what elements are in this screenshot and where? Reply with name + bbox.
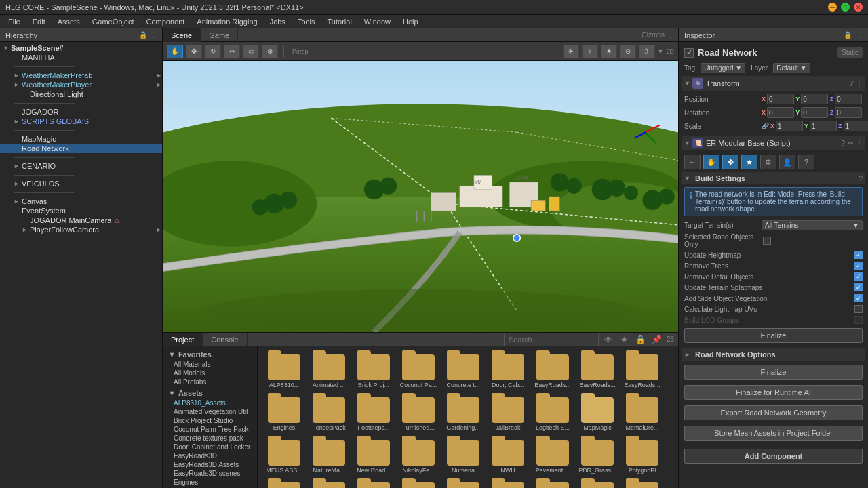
asset-item[interactable]: Pavement ... — [532, 437, 574, 477]
menu-item-jobs[interactable]: Jobs — [264, 16, 291, 27]
script-tool-star[interactable]: ★ — [741, 155, 757, 169]
menu-item-help[interactable]: Help — [397, 16, 424, 27]
comp-help-btn[interactable]: ? — [849, 80, 853, 87]
asset-item[interactable]: WeatherM... — [576, 479, 618, 488]
rotation-z-input[interactable] — [835, 107, 862, 118]
asset-item[interactable]: Resources — [263, 479, 305, 488]
assets-pin-icon[interactable]: 📌 — [650, 335, 664, 344]
scale-lock-icon[interactable]: 🔗 — [762, 123, 769, 129]
assets-star-icon[interactable]: ★ — [618, 335, 631, 344]
remove-trees-checkbox[interactable]: ✓ — [854, 262, 863, 270]
remove-detail-objects-checkbox[interactable]: ✓ — [854, 272, 863, 281]
script-tool-settings[interactable]: ⚙ — [760, 155, 776, 169]
scale-y-input[interactable] — [810, 121, 837, 131]
comp-help-btn[interactable]: ? — [841, 140, 845, 147]
asset-item[interactable]: PolygonPl — [621, 437, 663, 477]
static-toggle[interactable]: Static — [837, 47, 863, 58]
tag-dropdown[interactable]: Untagged ▼ — [701, 63, 745, 73]
asset-item[interactable]: ALP8310... — [263, 352, 305, 392]
hier-item-manilha[interactable]: MANILHA — [0, 53, 162, 62]
minimize-button[interactable]: ─ — [828, 3, 837, 12]
asset-item[interactable]: Vehicle_Es... — [532, 479, 574, 488]
comp-edit-btn[interactable]: ✏ — [848, 140, 853, 147]
menu-item-animation-rigging[interactable]: Animation Rigging — [191, 16, 262, 27]
asset-item[interactable]: NWH — [487, 437, 529, 477]
build-settings-header[interactable]: ▼ Build Settings ? — [682, 172, 865, 184]
tab-project[interactable]: Project — [163, 333, 203, 346]
script-tool-move[interactable]: ✥ — [722, 155, 738, 169]
hier-item-cenario[interactable]: ► CENARIO — [0, 161, 162, 171]
favorites-header[interactable]: ▼ Favorites — [163, 349, 257, 360]
hier-item-samplescene[interactable]: ▼ SampleScene# — [0, 43, 162, 53]
rotate-tool[interactable]: ↻ — [205, 45, 221, 58]
comp-menu-btn[interactable]: ⋮ — [856, 140, 863, 147]
update-heightmap-checkbox[interactable]: ✓ — [854, 251, 863, 259]
proj-item-animated-veg[interactable]: Animated Vegetation Util — [163, 407, 257, 416]
hand-tool[interactable]: ✋ — [167, 45, 183, 58]
proj-item-easyroads3d-assets[interactable]: EasyRoads3D Assets — [163, 460, 257, 469]
script-tool-question[interactable]: ? — [798, 155, 814, 169]
assets-lock-icon[interactable]: 🔒 — [634, 335, 648, 344]
layer-dropdown[interactable]: Default ▼ — [773, 63, 810, 73]
assets-eye-icon[interactable]: 👁 — [601, 335, 615, 344]
comp-menu-btn[interactable]: ⋮ — [856, 80, 863, 87]
calculate-lightmap-checkbox[interactable] — [854, 305, 863, 313]
lighting-toggle[interactable]: ☀ — [563, 45, 579, 58]
asset-item[interactable]: Coconut Pa... — [397, 352, 439, 392]
scale-x-input[interactable] — [776, 121, 803, 131]
script-tool-person[interactable]: 👤 — [779, 155, 795, 169]
store-mesh-assets-button[interactable]: Store Mesh Assets in Project Folder — [684, 426, 863, 441]
move-tool[interactable]: ✥ — [186, 45, 202, 58]
menu-item-component[interactable]: Component — [140, 16, 190, 27]
er-modular-base-header[interactable]: ▼ 📜 ER Modular Base (Script) ? ✏ ⋮ — [682, 136, 865, 150]
hier-item-playerfollowcamera[interactable]: ► PlayerFollowCamera ► — [0, 225, 162, 235]
proj-item-brick[interactable]: Brick Project Studio — [163, 416, 257, 425]
asset-item[interactable]: MEUS ASS... — [263, 437, 305, 477]
menu-item-window[interactable]: Window — [359, 16, 396, 27]
export-road-network-button[interactable]: Export Road Network Geometry — [684, 405, 863, 420]
asset-item[interactable]: EasyRoads... — [621, 352, 663, 392]
hier-item-weathermakerplayer[interactable]: ► WeatherMakerPlayer ► — [0, 80, 162, 89]
target-terrains-dropdown[interactable]: All Terrains ▼ — [762, 220, 863, 230]
asset-item[interactable]: UnityTech... — [487, 479, 529, 488]
proj-item-all-prefabs[interactable]: All Prefabs — [163, 378, 257, 386]
proj-item-easyroads3d[interactable]: EasyRoads3D — [163, 451, 257, 460]
proj-item-alp8310[interactable]: ALP8310_Assets — [163, 399, 257, 407]
script-tool-arrow[interactable]: ← — [684, 155, 701, 169]
asset-search-input[interactable] — [504, 333, 599, 346]
hier-item-canvas[interactable]: ► Canvas — [0, 197, 162, 206]
asset-item[interactable]: Scenes — [308, 479, 350, 488]
rotation-y-input[interactable] — [801, 107, 828, 118]
view-2d-toggle[interactable]: 2D — [666, 48, 674, 55]
proj-item-all-models[interactable]: All Models — [163, 369, 257, 378]
asset-item[interactable]: Numena — [442, 437, 484, 477]
build-settings-help[interactable]: ? — [859, 175, 863, 182]
menu-item-file[interactable]: File — [3, 16, 26, 27]
proj-item-coconut[interactable]: Coconut Palm Tree Pack — [163, 425, 257, 434]
position-y-input[interactable] — [801, 94, 828, 104]
menu-item-tutorial[interactable]: Tutorial — [322, 16, 357, 27]
hier-item-eventsystem[interactable]: EventSystem — [0, 206, 162, 216]
asset-item[interactable]: WireBuilder — [621, 479, 663, 488]
asset-item[interactable]: Door, Cab... — [487, 352, 529, 392]
position-x-input[interactable] — [767, 94, 794, 104]
hier-item-jogador[interactable]: JOGADOR — [0, 107, 162, 117]
menu-item-assets[interactable]: Assets — [52, 16, 85, 27]
finalize-button[interactable]: Finalize — [684, 365, 863, 380]
assets-section-header[interactable]: ▼ Assets — [163, 388, 257, 399]
proj-item-all-materials[interactable]: All Materials — [163, 360, 257, 369]
asset-item[interactable]: TextMesh... — [397, 479, 439, 488]
asset-item[interactable]: Gardening... — [442, 394, 484, 434]
audio-toggle[interactable]: ♪ — [582, 45, 598, 58]
asset-item[interactable]: Engines — [263, 394, 305, 434]
add-side-object-checkbox[interactable]: ✓ — [854, 294, 863, 302]
finalize-runtime-button[interactable]: Finalize for Runtime AI — [684, 385, 863, 400]
proj-item-door[interactable]: Door, Cabinet and Locker — [163, 443, 257, 451]
close-button[interactable]: ✕ — [854, 3, 863, 12]
hierarchy-menu-icon[interactable]: ⋮ — [150, 31, 157, 39]
hier-expand-icon[interactable]: ► — [156, 81, 162, 88]
scale-tool[interactable]: ⇔ — [224, 45, 240, 58]
asset-item[interactable]: New Road... — [353, 437, 395, 477]
hier-item-jogador-maincamera[interactable]: JOGADOR MainCamera ⚠ — [0, 216, 162, 225]
grid-toggle[interactable]: # — [639, 45, 655, 58]
